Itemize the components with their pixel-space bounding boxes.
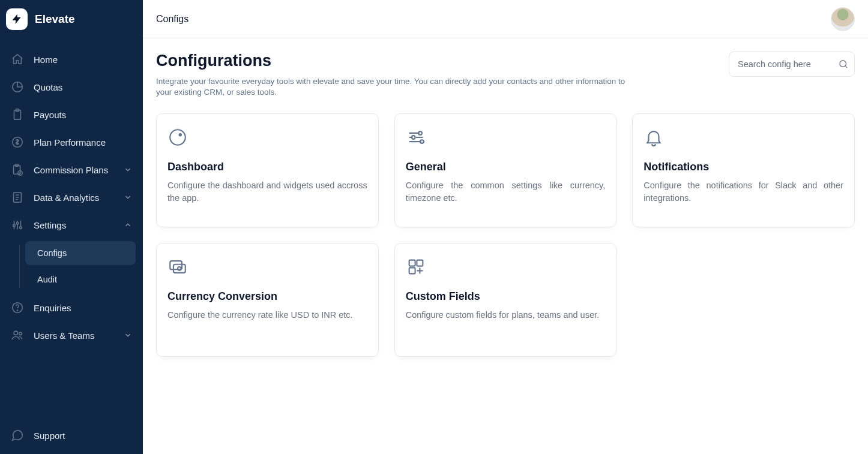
home-icon xyxy=(11,53,24,66)
svg-rect-24 xyxy=(409,260,415,266)
svg-point-18 xyxy=(418,132,422,136)
sidebar-item-commission-plans[interactable]: Commission Plans xyxy=(5,156,138,184)
sidebar-item-payouts[interactable]: Payouts xyxy=(5,101,138,128)
svg-point-15 xyxy=(840,61,846,67)
card-currency-conversion[interactable]: Currency Conversion Configure the curren… xyxy=(156,243,379,357)
sidebar-subitem-audit[interactable]: Audit xyxy=(25,267,136,291)
grid-plus-icon xyxy=(406,257,426,277)
svg-rect-22 xyxy=(173,264,185,273)
brand[interactable]: Elevate xyxy=(0,0,143,36)
sidebar-item-quotas[interactable]: Quotas xyxy=(5,73,138,101)
sidebar-item-users-teams[interactable]: Users & Teams xyxy=(5,321,138,349)
svg-point-14 xyxy=(19,332,22,335)
sliders-horizontal-icon xyxy=(406,127,426,148)
search-icon xyxy=(838,59,849,70)
sidebar-nav: Home Quotas Payouts Plan Performance Com xyxy=(0,36,143,417)
chevron-down-icon xyxy=(124,331,132,339)
svg-point-8 xyxy=(13,224,16,227)
card-desc: Configure custom fields for plans, teams… xyxy=(406,309,606,321)
clipboard-icon xyxy=(11,108,24,121)
card-title: Dashboard xyxy=(167,161,367,173)
sidebar-item-label: Quotas xyxy=(34,82,62,92)
sidebar-item-enquiries[interactable]: Enquiries xyxy=(5,294,138,321)
sidebar-subitem-configs[interactable]: Configs xyxy=(25,241,136,265)
sidebar-item-data-analytics[interactable]: Data & Analytics xyxy=(5,184,138,211)
card-desc: Configure the common settings like curre… xyxy=(406,179,606,205)
svg-point-13 xyxy=(14,331,17,335)
card-desc: Configure the notifications for Slack an… xyxy=(643,179,843,205)
chevron-up-icon xyxy=(124,221,132,229)
card-notifications[interactable]: Notifications Configure the notification… xyxy=(632,113,855,227)
sidebar-subitem-label: Configs xyxy=(37,248,67,258)
sidebar: Elevate Home Quotas Payouts Plan Perfor xyxy=(0,0,143,454)
gauge-icon xyxy=(167,127,188,148)
avatar[interactable] xyxy=(831,7,855,31)
sidebar-item-label: Payouts xyxy=(34,110,66,120)
bell-icon xyxy=(643,127,664,148)
svg-point-16 xyxy=(170,130,185,146)
brand-name: Elevate xyxy=(35,13,75,26)
svg-point-19 xyxy=(412,136,415,140)
card-desc: Configure the currency rate like USD to … xyxy=(167,309,367,321)
users-icon xyxy=(11,329,24,342)
svg-point-10 xyxy=(20,227,22,229)
sidebar-item-label: Data & Analytics xyxy=(34,193,99,203)
breadcrumb: Configs xyxy=(156,14,188,25)
main: Configs Configurations Integrate your fa… xyxy=(143,0,868,454)
sidebar-item-label: Home xyxy=(34,55,58,65)
svg-point-12 xyxy=(17,310,17,311)
dollar-circle-icon xyxy=(11,136,24,149)
sidebar-item-label: Plan Performance xyxy=(34,137,106,148)
chevron-down-icon xyxy=(124,166,132,174)
cards-grid: Dashboard Configure the dashboard and wi… xyxy=(156,113,855,357)
brand-logo-icon xyxy=(6,8,28,30)
svg-rect-26 xyxy=(409,268,415,274)
chat-icon xyxy=(11,429,24,442)
card-dashboard[interactable]: Dashboard Configure the dashboard and wi… xyxy=(156,113,379,227)
card-title: Notifications xyxy=(643,161,843,173)
card-desc: Configure the dashboard and widgets used… xyxy=(167,179,367,205)
sidebar-item-label: Commission Plans xyxy=(34,165,108,175)
page-title: Configurations xyxy=(156,52,630,70)
sidebar-item-plan-performance[interactable]: Plan Performance xyxy=(5,128,138,156)
svg-point-23 xyxy=(178,267,181,270)
document-bars-icon xyxy=(11,191,24,204)
sidebar-subnav-settings: Configs Audit xyxy=(19,241,138,291)
page-subtitle: Integrate your favourite everyday tools … xyxy=(156,76,630,98)
sidebar-item-settings[interactable]: Settings xyxy=(5,211,138,239)
card-title: Currency Conversion xyxy=(167,290,367,303)
pie-chart-icon xyxy=(11,80,24,94)
sliders-icon xyxy=(11,218,24,231)
svg-point-9 xyxy=(16,222,19,224)
page-head: Configurations Integrate your favourite … xyxy=(156,52,855,98)
currency-stack-icon xyxy=(167,257,188,277)
question-circle-icon xyxy=(11,301,24,314)
topbar: Configs xyxy=(143,0,868,38)
svg-point-17 xyxy=(179,134,181,136)
search-input[interactable] xyxy=(729,52,855,77)
sidebar-footer: Support xyxy=(0,417,143,454)
sidebar-item-support[interactable]: Support xyxy=(5,422,138,449)
search-wrap xyxy=(729,52,855,77)
sidebar-subitem-label: Audit xyxy=(37,275,57,284)
card-custom-fields[interactable]: Custom Fields Configure custom fields fo… xyxy=(394,243,617,357)
sidebar-item-label: Users & Teams xyxy=(34,330,94,341)
chevron-down-icon xyxy=(124,193,132,202)
sidebar-item-label: Support xyxy=(34,431,65,441)
clipboard-clock-icon xyxy=(11,163,24,176)
svg-rect-25 xyxy=(417,260,423,266)
sidebar-item-label: Settings xyxy=(34,220,66,230)
content: Configurations Integrate your favourite … xyxy=(143,38,868,375)
svg-point-20 xyxy=(420,140,424,144)
svg-rect-21 xyxy=(170,261,182,270)
card-general[interactable]: General Configure the common settings li… xyxy=(394,113,617,227)
sidebar-item-home[interactable]: Home xyxy=(5,46,138,73)
card-title: General xyxy=(406,161,606,173)
card-title: Custom Fields xyxy=(406,290,606,303)
sidebar-item-label: Enquiries xyxy=(34,303,71,313)
